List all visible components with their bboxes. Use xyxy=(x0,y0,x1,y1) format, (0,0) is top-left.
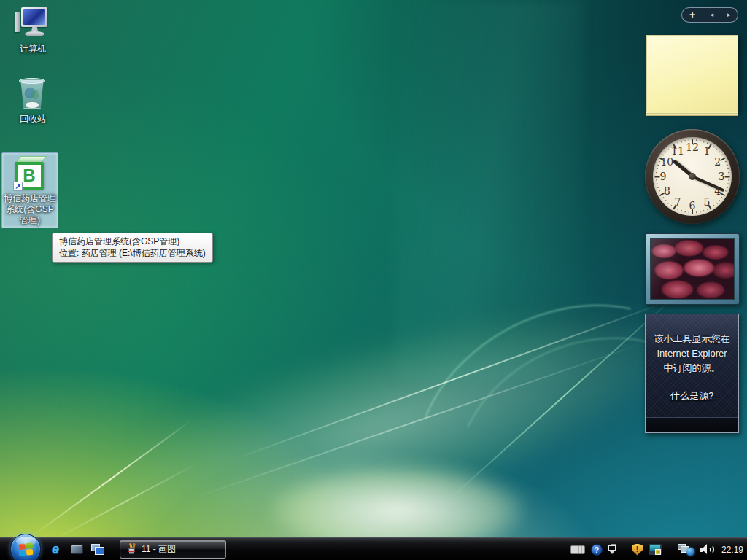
aurora-band xyxy=(394,0,584,379)
clock-tick xyxy=(662,197,664,198)
clock-tick xyxy=(655,176,660,177)
clock-tick xyxy=(665,151,666,152)
next-page-button[interactable]: ► xyxy=(721,8,738,22)
ie-glyph: e xyxy=(52,542,59,556)
clock-tick xyxy=(716,148,718,149)
icon-label: 回收站 xyxy=(4,114,61,125)
aurora-streak xyxy=(233,300,672,461)
clock-numeral: 2 xyxy=(711,155,724,168)
tooltip-location: 位置: 药店管理 (E:\博信药店管理系统) xyxy=(59,247,206,259)
orb-gloss xyxy=(16,537,36,546)
clock-numeral: 8 xyxy=(660,184,673,198)
tray-app-icon[interactable] xyxy=(649,544,662,555)
prev-page-button[interactable]: ◄ xyxy=(703,8,721,22)
clock-tick xyxy=(657,164,659,165)
clock-hub xyxy=(689,173,696,180)
language-help-icon[interactable]: ? xyxy=(591,544,603,556)
desktop-icon-recycle-bin[interactable]: 回收站 xyxy=(4,76,61,125)
clock-tick xyxy=(703,210,704,211)
start-button[interactable] xyxy=(10,534,41,560)
clock-tick xyxy=(716,203,718,204)
network-icon[interactable] xyxy=(678,544,694,556)
slideshow-photo xyxy=(650,238,735,300)
volume-icon[interactable] xyxy=(700,544,714,555)
aurora-streak xyxy=(188,343,644,501)
feed-line: 该小工具显示您在 xyxy=(646,332,738,346)
paint-icon xyxy=(126,544,137,555)
language-keyboard-icon[interactable] xyxy=(570,545,585,554)
aurora-streak xyxy=(31,420,192,537)
notes-gadget[interactable] xyxy=(646,35,738,112)
clock-tick xyxy=(688,139,689,141)
clock-tick xyxy=(692,139,693,144)
clock-tick xyxy=(662,154,664,155)
aurora-streak xyxy=(50,462,198,542)
windows-stack-glyph xyxy=(91,544,104,555)
show-desktop-icon[interactable] xyxy=(69,542,84,556)
note-stack-edge xyxy=(646,112,738,116)
clock-gadget[interactable]: 123456789101112 xyxy=(645,129,740,224)
bin-paper xyxy=(26,102,39,108)
clock-tick xyxy=(696,139,697,141)
clock-tick xyxy=(677,142,678,144)
desktop-icon-computer[interactable]: 计算机 xyxy=(4,6,61,55)
clock-tick xyxy=(684,211,685,212)
clock-tick xyxy=(656,168,657,168)
clock-tick xyxy=(700,140,700,141)
restore-language-bar-icon[interactable] xyxy=(608,545,616,551)
clock-tick xyxy=(725,176,730,177)
clock-tick xyxy=(727,187,728,187)
clock-tick xyxy=(667,148,669,149)
icon-label: 博信药店管理系统(含GSP管理) xyxy=(2,193,58,226)
desktop-icon-pharmacy-app[interactable]: B ↗ 博信药店管理系统(含GSP管理) xyxy=(1,152,58,228)
clock-tick xyxy=(696,211,697,213)
feed-line: 中订阅的源。 xyxy=(646,361,738,376)
security-center-shield-icon[interactable]: ! xyxy=(632,544,643,556)
clock-face: 123456789101112 xyxy=(653,137,732,216)
add-gadget-button[interactable]: + xyxy=(682,8,703,22)
feed-message: 该小工具显示您在 Internet Explorer 中订阅的源。 什么是源? xyxy=(646,332,738,403)
clock-tick xyxy=(727,164,728,165)
quick-launch-bar: e xyxy=(48,541,105,557)
clock-tick xyxy=(725,160,727,162)
clock-tick xyxy=(688,211,689,213)
clock-tick xyxy=(719,200,720,201)
clock-tick xyxy=(677,209,678,210)
clock-tick xyxy=(719,151,720,152)
clock-tick xyxy=(721,197,723,198)
clock-tick xyxy=(727,183,729,184)
desktop-glyph xyxy=(71,545,83,554)
desktop: 计算机 回收站 B ↗ 博信药店管理系统(含GSP管理) 博信药店管理系统(含G… xyxy=(0,0,747,560)
aurora-streak xyxy=(447,295,676,502)
feed-gadget[interactable]: 该小工具显示您在 Internet Explorer 中订阅的源。 什么是源? xyxy=(645,314,739,433)
clock-tick xyxy=(657,187,659,187)
clock-tick xyxy=(728,179,729,180)
taskbar-clock[interactable]: 22:19 xyxy=(720,545,743,555)
switch-windows-icon[interactable] xyxy=(90,542,105,556)
aurora-effect xyxy=(0,0,747,560)
clock-tick xyxy=(692,209,693,214)
clock-tick xyxy=(667,203,669,204)
clock-tick xyxy=(713,146,715,147)
clock-tick xyxy=(727,168,729,168)
taskbar: e 11 - 画图 ? ! xyxy=(0,537,747,560)
clock-tick xyxy=(655,179,657,180)
what-is-feed-link[interactable]: 什么是源? xyxy=(670,389,713,403)
slideshow-gadget[interactable] xyxy=(645,233,740,305)
pharmacy-app-icon: B ↗ xyxy=(11,155,49,192)
language-bar-options[interactable] xyxy=(608,545,616,554)
clock-tick xyxy=(721,154,723,155)
gadget-controls: + ◄ ► xyxy=(681,7,738,23)
taskbar-window-button-paint[interactable]: 11 - 画图 xyxy=(120,540,226,559)
clock-tick xyxy=(725,190,727,192)
language-options-caret-icon[interactable] xyxy=(610,551,614,554)
clock-tick xyxy=(658,160,659,162)
recycle-bin-icon xyxy=(14,76,52,112)
computer-base xyxy=(25,31,44,36)
computer-icon xyxy=(14,6,52,42)
wallpaper xyxy=(0,0,747,560)
clock-tick xyxy=(684,140,685,141)
clock-tick xyxy=(670,146,672,147)
internet-explorer-icon[interactable]: e xyxy=(48,542,63,556)
clock-numeral: 5 xyxy=(700,195,713,209)
